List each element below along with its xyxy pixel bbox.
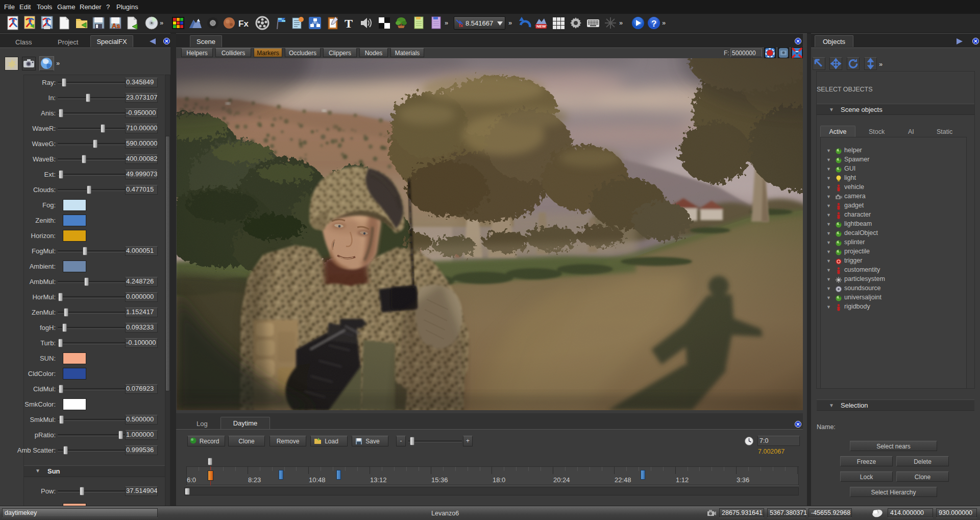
svg-text:T: T [345, 17, 353, 30]
svg-text:NEW: NEW [536, 24, 546, 29]
svg-text:As: As [112, 22, 120, 30]
svg-text:Fx: Fx [238, 19, 249, 29]
svg-text:fx: fx [459, 23, 463, 28]
svg-text:?: ? [651, 19, 656, 29]
